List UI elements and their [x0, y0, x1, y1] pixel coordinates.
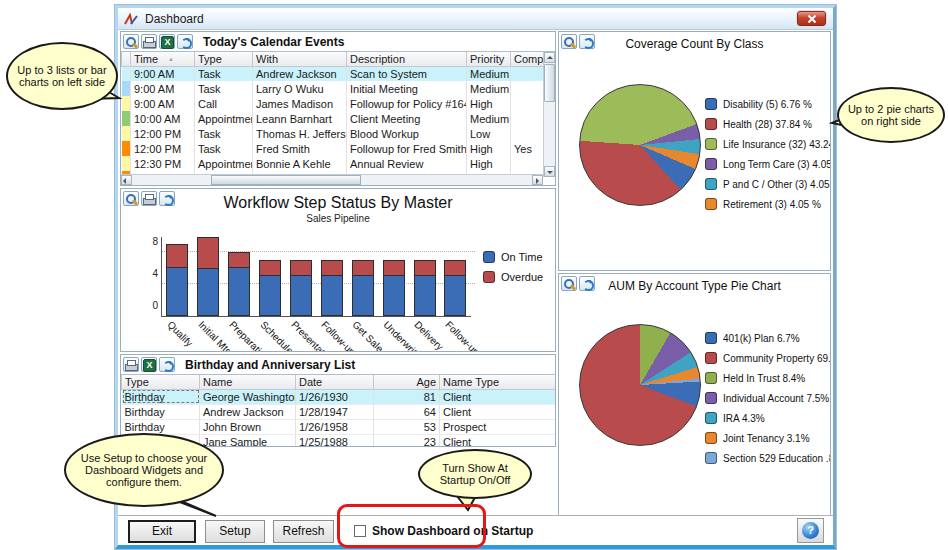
scroll-left-icon[interactable]: [121, 175, 132, 185]
close-button[interactable]: [797, 11, 826, 26]
calendar-horizontal-scrollbar[interactable]: [121, 174, 543, 185]
calendar-panel-title: Today's Calendar Events: [203, 35, 344, 49]
workflow-legend: On TimeOverdue: [483, 251, 543, 291]
column-header-type[interactable]: Type: [122, 375, 200, 389]
cell: Call: [195, 96, 253, 111]
print-icon[interactable]: [141, 191, 157, 206]
x-axis-label: Follow-up: [443, 319, 481, 352]
refresh-icon[interactable]: [159, 357, 175, 372]
table-row[interactable]: BirthdayGeorge Washington1/26/193081Clie…: [122, 389, 556, 404]
refresh-icon[interactable]: [579, 34, 595, 49]
column-header-priority[interactable]: Priority: [467, 52, 511, 66]
column-header-strip: [122, 52, 131, 66]
column-header-with[interactable]: With: [253, 52, 347, 66]
stacked-bar[interactable]: Qualify: [166, 237, 188, 316]
stacked-bar[interactable]: Get Sale: [352, 237, 374, 316]
column-header-date[interactable]: Date: [296, 375, 374, 389]
legend-swatch: [705, 138, 717, 150]
stacked-bar[interactable]: Follow-up: [444, 237, 466, 316]
window-titlebar[interactable]: Dashboard: [118, 8, 833, 30]
aum-toolbar: [561, 276, 597, 291]
legend-item: IRA 4.3%: [705, 412, 831, 424]
cell: Birthday: [122, 404, 200, 419]
row-color-strip: [122, 156, 131, 171]
stacked-bar[interactable]: Schedule Mtg: [259, 237, 281, 316]
column-header-name[interactable]: Name: [200, 375, 296, 389]
calendar-vertical-scrollbar[interactable]: [543, 52, 555, 177]
excel-icon[interactable]: [159, 34, 175, 49]
cell: Low: [467, 126, 511, 141]
legend-item: Overdue: [483, 271, 543, 283]
calendar-table: TimeTypeWithDescriptionPriorityComp 9:00…: [121, 52, 544, 177]
cell: Task: [195, 126, 253, 141]
cell: Yes: [511, 141, 544, 156]
legend-swatch: [705, 198, 717, 210]
cell: Blood Workup: [347, 126, 467, 141]
refresh-button[interactable]: Refresh: [273, 520, 334, 543]
table-row[interactable]: 9:00 AMTaskAndrew JacksonScan to SystemM…: [122, 66, 544, 81]
bar-segment-on-time: [166, 268, 188, 316]
cell: High: [467, 156, 511, 171]
column-header-comp[interactable]: Comp: [511, 52, 544, 66]
cell: Medium: [467, 66, 511, 81]
legend-item: Held In Trust 8.4%: [705, 372, 831, 384]
callout-left: Up to 3 lists or bar charts on left side: [6, 42, 118, 110]
help-button[interactable]: ?: [797, 518, 824, 543]
stacked-bar[interactable]: Initial Mtg: [197, 237, 219, 316]
legend-label: On Time: [501, 251, 543, 263]
setup-button[interactable]: Setup: [205, 520, 265, 543]
search-icon[interactable]: [123, 191, 139, 206]
refresh-icon[interactable]: [159, 191, 175, 206]
legend-label: Held In Trust 8.4%: [723, 373, 805, 384]
table-row[interactable]: 10:00 AMAppointmentLeann BarnhartClient …: [122, 111, 544, 126]
stacked-bar[interactable]: Delivery: [414, 237, 436, 316]
table-row[interactable]: 12:00 PMTaskFred SmithFollowup for Fred …: [122, 141, 544, 156]
legend-item: Disability (5) 6.76 %: [705, 98, 831, 110]
birthday-list-panel: Birthday and Anniversary List TypeNameDa…: [120, 354, 556, 447]
scrollbar-thumb[interactable]: [544, 64, 555, 102]
cell: [511, 66, 544, 81]
stacked-bar[interactable]: Underwriting: [383, 237, 405, 316]
bar-segment-on-time: [352, 276, 374, 316]
column-header-age[interactable]: Age: [374, 375, 440, 389]
column-header-type[interactable]: Type: [195, 52, 253, 66]
print-icon[interactable]: [141, 34, 157, 49]
legend-swatch: [705, 352, 717, 364]
column-header-time[interactable]: Time: [131, 52, 195, 66]
stacked-bar[interactable]: Presentation: [290, 237, 312, 316]
exit-button[interactable]: Exit: [128, 520, 196, 543]
search-icon[interactable]: [123, 34, 139, 49]
stacked-bar[interactable]: Follow-up: [321, 237, 343, 316]
legend-label: Retirement (3) 4.05 %: [723, 199, 821, 210]
legend-label: Life Insurance (32) 43.24 %: [723, 139, 831, 150]
bar-segment-on-time: [228, 268, 250, 316]
search-icon[interactable]: [561, 276, 577, 291]
print-icon[interactable]: [123, 357, 139, 372]
scroll-down-icon[interactable]: [544, 166, 555, 177]
table-row[interactable]: 9:00 AMCallJames MadisonFollowup for Pol…: [122, 96, 544, 111]
calendar-events-panel: Today's Calendar Events TimeTypeWithDesc…: [120, 31, 556, 186]
table-row[interactable]: 12:30 PMAppointmentBonnie A KehleAnnual …: [122, 156, 544, 171]
scroll-right-icon[interactable]: [532, 175, 543, 185]
legend-label: Joint Tenancy 3.1%: [723, 433, 810, 444]
search-icon[interactable]: [561, 34, 577, 49]
scroll-up-icon[interactable]: [544, 52, 555, 63]
table-row[interactable]: 9:00 AMTaskLarry O WukuInitial MeetingMe…: [122, 81, 544, 96]
scrollbar-thumb[interactable]: [211, 175, 361, 185]
column-header-description[interactable]: Description: [347, 52, 467, 66]
refresh-icon[interactable]: [579, 276, 595, 291]
legend-item: Long Term Care (3) 4.05 %: [705, 158, 831, 170]
table-row[interactable]: BirthdayAndrew Jackson1/28/194764Client: [122, 404, 556, 419]
bar-segment-overdue: [259, 260, 281, 276]
table-row[interactable]: 12:00 PMTaskThomas H. JeffersonBlood Wor…: [122, 126, 544, 141]
excel-icon[interactable]: [141, 357, 157, 372]
table-row[interactable]: BirthdayJohn Brown1/26/195853Prospect: [122, 419, 556, 434]
refresh-icon[interactable]: [177, 34, 193, 49]
bar-segment-overdue: [321, 260, 343, 276]
column-header-name-type[interactable]: Name Type: [440, 375, 556, 389]
cell: Task: [195, 141, 253, 156]
stacked-bar[interactable]: Preparation: [228, 237, 250, 316]
show-dashboard-on-startup-checkbox[interactable]: [354, 525, 366, 537]
window-title: Dashboard: [145, 12, 204, 26]
cell: 12:30 PM: [131, 156, 195, 171]
